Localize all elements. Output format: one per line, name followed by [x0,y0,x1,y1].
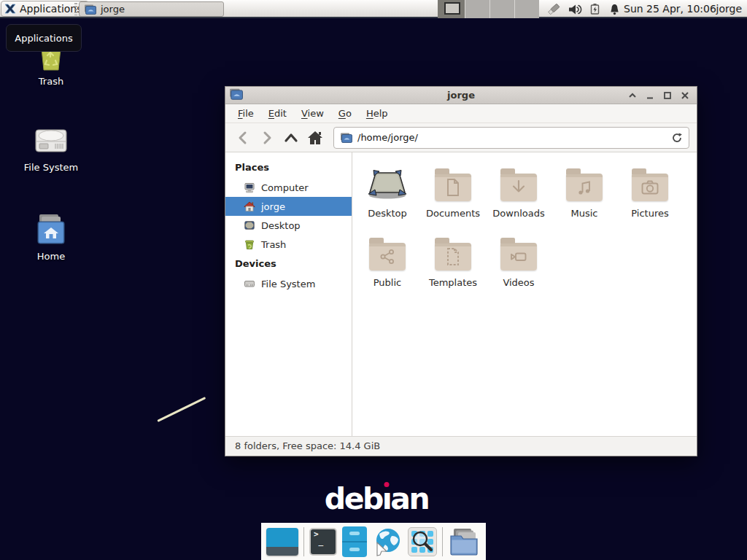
sidebar-header-places: Places [225,158,352,178]
folder-templates-icon [435,243,471,271]
battery-icon[interactable] [589,3,602,16]
system-tray [546,0,621,18]
file-item-videos[interactable]: Videos [486,235,551,288]
workspace-2[interactable] [465,0,489,18]
file-item-templates[interactable]: Templates [420,235,486,288]
menubar: File Edit View Go Help [225,104,697,123]
sidebar-item-label: jorge [261,201,285,212]
home-folder-icon [34,211,69,246]
file-item-label: Music [571,208,598,219]
debian-logo: debıan [307,481,446,516]
terminal-icon[interactable]: > _ [309,528,337,556]
workspace-3[interactable] [489,0,514,18]
reload-icon[interactable] [671,132,683,144]
file-manager-window: jorge File Edit View Go Help [225,86,697,456]
workspace-1[interactable] [438,0,465,18]
sidebar: Places Computer [225,152,352,436]
maximize-button[interactable] [661,90,673,102]
sidebar-item-label: Trash [261,239,286,250]
window-body: Places Computer [225,152,697,436]
file-item-label: Public [374,277,401,288]
window-controls [626,87,691,104]
folder-icon [84,4,96,15]
desktop-icon-home[interactable]: Home [16,211,86,262]
desktop-icon [244,219,255,231]
sidebar-item-trash[interactable]: Trash [225,235,352,254]
file-item-music[interactable]: Music [551,166,617,219]
desktop-icon-label: Home [37,251,65,262]
menu-file[interactable]: File [231,106,260,121]
web-browser-icon[interactable] [372,526,403,557]
up-button[interactable] [281,128,301,148]
stylus-icon[interactable] [546,2,561,17]
folder-pictures-icon [632,174,668,201]
dock: > _ [261,523,486,560]
drive-icon [34,122,69,158]
debian-red-dot [384,482,389,487]
file-item-label: Desktop [368,208,407,219]
sidebar-item-label: File System [261,279,315,289]
applications-menu-label: Applications [20,3,82,15]
notifications-icon[interactable] [608,3,621,16]
desktop-icon-filesystem[interactable]: File System [16,122,86,173]
sidebar-item-computer[interactable]: Computer [225,178,352,197]
file-item-label: Pictures [631,208,668,219]
file-list[interactable]: Desktop Documents Downloads [352,152,697,436]
file-item-public[interactable]: Public [355,235,420,288]
folder-icon [340,133,352,143]
close-button[interactable] [678,90,691,102]
taskbar-window-label: jorge [101,4,125,15]
file-item-label: Documents [426,208,480,219]
file-item-label: Downloads [492,208,544,219]
forward-button[interactable] [257,128,277,148]
minimize-button[interactable] [643,90,656,102]
file-cabinet-icon[interactable] [342,526,367,557]
trash-icon [244,238,255,250]
statusbar: 8 folders, Free space: 14.4 GiB [225,436,697,456]
desktop: Applications jorge [0,0,747,560]
file-item-pictures[interactable]: Pictures [617,166,683,219]
file-item-label: Templates [429,277,477,288]
file-item-documents[interactable]: Documents [420,166,486,219]
volume-icon[interactable] [568,3,582,16]
file-manager-icon[interactable] [448,527,480,556]
menu-help[interactable]: Help [360,106,395,121]
home-button[interactable] [305,128,325,148]
panel-handle[interactable] [74,3,77,15]
app-finder-icon[interactable] [408,527,437,556]
folder-videos-icon [500,243,537,271]
menu-view[interactable]: View [295,106,330,121]
desktop-pager-icon[interactable] [266,528,298,556]
sidebar-item-jorge[interactable]: jorge [225,197,352,216]
path-input[interactable]: /home/jorge/ [357,132,666,143]
folder-public-icon [369,243,406,271]
taskbar-window-button[interactable]: jorge [79,1,224,17]
statusbar-text: 8 folders, Free space: 14.4 GiB [235,440,380,451]
path-bar[interactable]: /home/jorge/ [333,127,689,149]
workspace-pager[interactable] [438,0,539,18]
folder-documents-icon [435,174,471,201]
menu-edit[interactable]: Edit [262,106,293,121]
workspace-window-thumbnail [444,2,460,15]
file-item-desktop[interactable]: Desktop [355,166,420,219]
top-panel: Applications jorge [0,0,747,18]
file-item-downloads[interactable]: Downloads [486,166,551,219]
desktop-stray-line [157,397,206,422]
magnifier-icon [410,529,435,554]
desktop-icon-label: Trash [39,76,63,87]
menu-go[interactable]: Go [332,106,358,121]
file-item-label: Videos [503,277,534,288]
clock[interactable]: Sun 25 Apr, 10:06 [624,0,716,18]
sidebar-item-desktop[interactable]: Desktop [225,216,352,235]
folder-music-icon [566,174,603,201]
workspace-4[interactable] [514,0,539,18]
back-button[interactable] [233,128,253,148]
shade-button[interactable] [626,90,638,102]
sidebar-item-filesystem[interactable]: File System [225,274,352,293]
folder-downloads-icon [500,174,537,201]
desktop-surface-icon [367,166,408,203]
debian-logo-text: deb [325,481,382,516]
xfce-logo-icon [4,3,16,15]
user-menu[interactable]: jorge [716,0,742,18]
titlebar[interactable]: jorge [225,87,697,104]
